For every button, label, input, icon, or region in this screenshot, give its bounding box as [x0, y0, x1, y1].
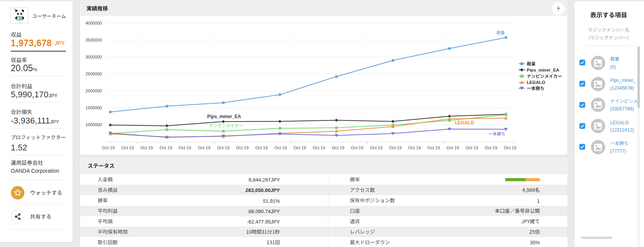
svg-text:Oct 19: Oct 19: [236, 145, 248, 150]
svg-text:Oct 19: Oct 19: [102, 145, 115, 150]
svg-text:Oct 19: Oct 19: [389, 145, 401, 150]
svg-text:LEGALO: LEGALO: [527, 80, 545, 85]
svg-text:Oct 19: Oct 19: [179, 145, 191, 150]
svg-text:Oct 19: Oct 19: [198, 145, 210, 150]
svg-text:Oct 19: Oct 19: [313, 145, 325, 150]
svg-text:Oct 19: Oct 19: [408, 145, 421, 150]
svg-text:2000000: 2000000: [85, 88, 102, 93]
svg-text:Oct 19: Oct 19: [428, 145, 440, 150]
svg-text:Oct 19: Oct 19: [140, 145, 153, 150]
svg-text:3500000: 3500000: [85, 38, 102, 42]
svg-text:Oct 19: Oct 19: [275, 145, 287, 150]
svg-text:Oct 19: Oct 19: [121, 145, 134, 150]
svg-text:Pips_miner_EA: Pips_miner_EA: [527, 68, 559, 72]
svg-text:LEGALO: LEGALO: [455, 120, 474, 125]
svg-text:3000000: 3000000: [85, 55, 102, 59]
svg-text:Oct 19: Oct 19: [255, 145, 268, 150]
svg-text:Oct 19: Oct 19: [351, 145, 363, 150]
svg-text:Oct 19: Oct 19: [370, 145, 382, 150]
svg-text:Oct 19: Oct 19: [332, 145, 344, 150]
svg-text:1500000: 1500000: [85, 105, 102, 110]
svg-text:Oct 19: Oct 19: [446, 145, 459, 150]
svg-text:Oct 19: Oct 19: [466, 145, 478, 150]
svg-text:2500000: 2500000: [85, 72, 102, 76]
svg-text:Oct 19: Oct 19: [217, 145, 229, 150]
svg-text:1000000: 1000000: [85, 122, 102, 127]
svg-text:Pips_miner_EA: Pips_miner_EA: [207, 114, 241, 119]
svg-text:Oct 19: Oct 19: [160, 145, 172, 150]
svg-text:Oct 19: Oct 19: [293, 145, 306, 150]
svg-text:Oct 19: Oct 19: [504, 145, 516, 150]
svg-text:Oct 19: Oct 19: [485, 145, 497, 150]
svg-text:4000000: 4000000: [85, 21, 102, 25]
